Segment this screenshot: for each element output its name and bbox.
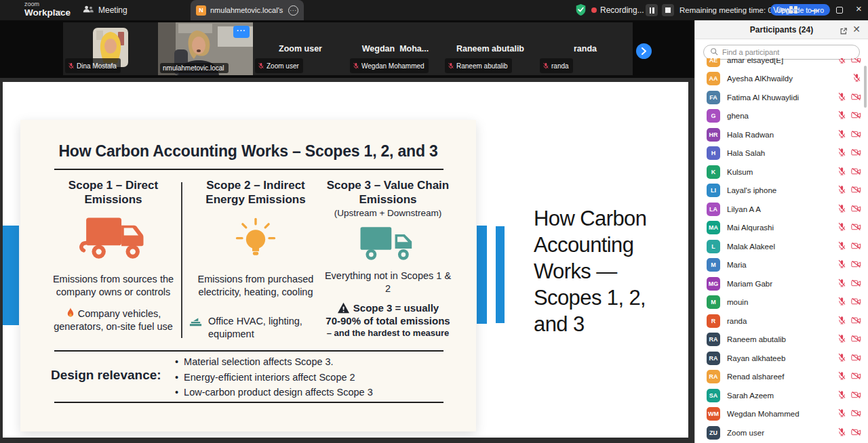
participant-name: nmulahmetovic.local (163, 64, 224, 72)
video-tile-wegdan[interactable]: Wegdan Moha... Wegdan Mohammed (348, 22, 443, 75)
design-bullet: Energy-efficient interiors affect Scope … (175, 370, 373, 385)
participant-row[interactable]: RA Renad alshareef (695, 368, 868, 387)
view-layout-icon[interactable] (789, 6, 797, 14)
truck-icon (358, 222, 418, 266)
participant-row[interactable]: AE amar elsayed[E] (695, 58, 868, 70)
truck-icon (79, 211, 148, 269)
scrollbar-thumb[interactable] (864, 66, 867, 108)
tile-options-button[interactable]: ··· (233, 26, 250, 38)
mic-muted-icon (837, 184, 846, 196)
avatar: RA (707, 370, 720, 383)
next-participants-button[interactable] (636, 43, 652, 59)
mic-muted-icon (448, 60, 454, 72)
participant-name: Mai Alqurashi (727, 224, 831, 232)
scope1-description: Emissions from sources the company owns … (46, 273, 180, 299)
scope3-heading: Scope 3 – Value Chain Emissions (321, 178, 454, 207)
avatar: AA (707, 72, 720, 85)
mic-muted-icon (837, 389, 846, 402)
video-tile-zoom-user[interactable]: Zoom user Zoom user (253, 22, 348, 75)
design-bullet: Material selection affects Scope 3. (175, 354, 373, 370)
avatar: LA (707, 203, 720, 216)
avatar: WM (707, 407, 720, 421)
stop-recording-button[interactable] (662, 4, 674, 16)
participant-row[interactable]: LA Lilyan A A (695, 200, 868, 219)
video-off-icon (851, 427, 861, 439)
mic-muted-icon (542, 60, 549, 72)
video-tile-dina[interactable]: Dina Mostafa (63, 22, 158, 75)
participant-row[interactable]: SA Sarah Azeem (695, 386, 868, 405)
video-tile-raneem[interactable]: Raneem abutalib Raneem abutalib (443, 22, 538, 75)
participant-row[interactable]: G ghena (695, 107, 868, 126)
participant-row[interactable]: K Kulsum (695, 163, 868, 182)
video-tile-nmulahmetovic[interactable]: ··· nmulahmetovic.local (158, 22, 253, 75)
participant-row[interactable]: M mouin (695, 293, 868, 312)
participant-name: Fatima Al Khuwaylidi (727, 93, 831, 102)
slide-side-title: How Carbon Accounting Works — Scopes 1, … (534, 205, 671, 337)
participant-name: Kulsum (727, 168, 831, 176)
participant-row[interactable]: WM Wegdan Mohammed (695, 405, 868, 424)
meeting-tab-label: Meeting (98, 5, 127, 15)
participant-row[interactable]: FA Fatima Al Khuwaylidi (695, 88, 868, 107)
participant-row[interactable]: ZU Zoom user (695, 423, 868, 442)
shield-check-icon[interactable] (575, 3, 587, 20)
close-panel-icon[interactable]: ✕ (852, 24, 861, 35)
participant-status-icons (831, 91, 861, 104)
recording-status: Recording... (600, 5, 644, 15)
tab-meeting[interactable]: Meeting (76, 0, 134, 20)
participant-status-icons (831, 147, 861, 159)
pause-recording-button[interactable] (646, 4, 658, 16)
tile-name-label: Raneem abutalib (445, 58, 512, 73)
share-initial-badge: N (196, 5, 206, 16)
participant-name: Sarah Azeem (727, 392, 831, 400)
avatar: LI (707, 184, 720, 197)
minimize-button[interactable] (811, 10, 818, 12)
participant-name: Ayesha AlKhwaildy (727, 75, 831, 83)
participant-name: Malak Alakeel (727, 242, 831, 251)
participant-search-input[interactable]: Find a participant (703, 45, 860, 60)
tab-shared-screen[interactable]: N nmulahmetovic.local's screen ··· (191, 0, 304, 20)
slide-title: How Carbon Accounting Works – Scopes 1, … (20, 142, 476, 161)
participant-row[interactable]: R randa (695, 312, 868, 331)
participant-row[interactable]: AA Ayesha AlKhwaildy (695, 70, 868, 89)
avatar: H (707, 146, 720, 160)
tile-name-label: Zoom user (255, 58, 303, 73)
view-button[interactable]: View (773, 5, 791, 15)
mic-muted-icon (837, 315, 846, 327)
video-off-icon (851, 184, 861, 196)
maximize-button[interactable] (836, 7, 843, 14)
video-off-icon (851, 58, 861, 66)
participant-row[interactable]: MG Mariam Gabr (695, 274, 868, 293)
more-options-icon[interactable]: ··· (288, 5, 298, 16)
participant-row[interactable]: MA Mai Alqurashi (695, 219, 868, 238)
participant-row[interactable]: HR Hala Radwan (695, 125, 868, 144)
mic-muted-icon (837, 58, 846, 66)
participants-list: AE amar elsayed[E] AA Ayesha AlKhwaildy … (695, 58, 868, 443)
mic-muted-icon (258, 60, 264, 72)
scope3-subheading: (Upstream + Downstream) (334, 208, 442, 218)
participant-row[interactable]: H Hala Salah (695, 144, 868, 163)
tile-name-label: Wegdan Mohammed (350, 58, 429, 73)
video-tile-randa[interactable]: randa randa (538, 22, 633, 75)
avatar: MG (707, 277, 720, 291)
participants-header: Participants (24) ✕ (695, 20, 868, 39)
participant-row[interactable]: RA Rayan alkhateeb (695, 349, 868, 368)
participant-row[interactable]: M Maria (695, 256, 868, 275)
mic-muted-icon (837, 129, 846, 141)
avatar: AE (707, 58, 720, 67)
popout-icon[interactable] (840, 26, 848, 38)
scope2-description: Emissions from purchased electricity, he… (189, 273, 323, 299)
video-off-icon (851, 389, 861, 402)
participant-name: Dina Mostafa (77, 62, 117, 70)
participant-name: Renad alshareef (727, 373, 831, 381)
participant-row[interactable]: RA Raneem abutalib (695, 331, 868, 350)
participant-name: amar elsayed[E] (727, 58, 831, 64)
participant-row[interactable]: LI Layal's iphone (695, 182, 868, 201)
avatar: K (707, 165, 720, 179)
workplace-logo-text: Workplace (24, 8, 71, 18)
participant-status-icons (831, 166, 861, 178)
participant-row[interactable]: L Malak Alakeel (695, 237, 868, 256)
video-off-icon (851, 259, 861, 271)
close-window-button[interactable]: × (856, 3, 862, 14)
zoom-workplace-logo: zoom Workplace (24, 1, 71, 18)
participant-status-icons (831, 315, 861, 327)
